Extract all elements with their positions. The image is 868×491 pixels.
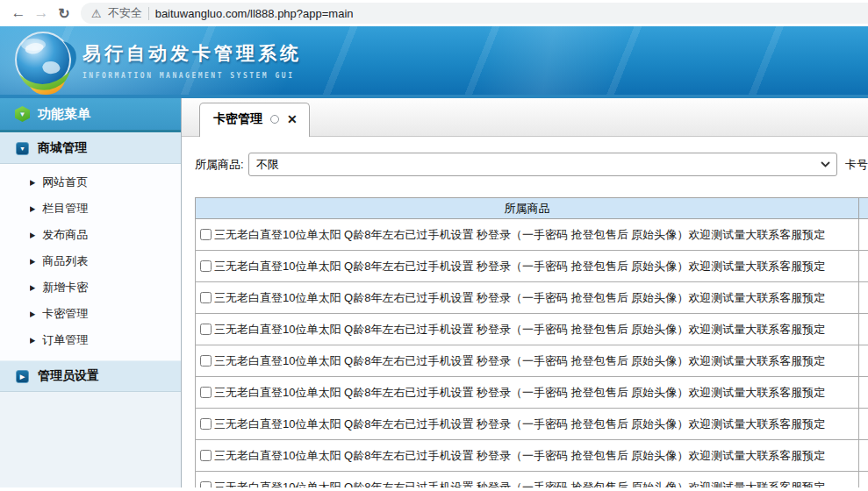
product-filter-select-wrap: 不限 [248, 153, 837, 176]
sidebar-item-卡密管理[interactable]: ▶卡密管理 [0, 301, 181, 327]
product-cell: 三无老白直登10位单太阳 Q龄8年左右已过手机设置 秒登录（一手密码 抢登包售后… [196, 472, 859, 488]
sidebar-item-网站首页[interactable]: ▶网站首页 [0, 169, 181, 196]
sidebar-item-商品列表[interactable]: ▶商品列表 [0, 248, 181, 274]
product-cell: 三无老白直登10位单太阳 Q龄8年左右已过手机设置 秒登录（一手密码 抢登包售后… [196, 314, 859, 345]
extra-cell [859, 472, 868, 488]
table-row: 三无老白直登10位单太阳 Q龄8年左右已过手机设置 秒登录（一手密码 抢登包售后… [196, 251, 868, 282]
product-text: 三无老白直登10位单太阳 Q龄8年左右已过手机设置 秒登录（一手密码 抢登包售后… [214, 260, 825, 273]
table-row: 三无老白直登10位单太阳 Q龄8年左右已过手机设置 秒登录（一手密码 抢登包售后… [196, 409, 868, 440]
back-icon[interactable]: ← [7, 2, 30, 25]
address-bar[interactable]: ⚠ 不安全 baituwangluo.com/ll888.php?app=mai… [81, 3, 868, 24]
product-filter-select[interactable]: 不限 [248, 153, 837, 176]
tab-label: 卡密管理 [213, 111, 262, 127]
product-text: 三无老白直登10位单太阳 Q龄8年左右已过手机设置 秒登录（一手密码 抢登包售后… [214, 417, 825, 431]
app-logo-globe-icon [11, 29, 81, 98]
product-cell: 三无老白直登10位单太阳 Q龄8年左右已过手机设置 秒登录（一手密码 抢登包售后… [196, 251, 859, 282]
browser-toolbar: ← → ↻ ⚠ 不安全 baituwangluo.com/ll888.php?a… [0, 0, 868, 26]
sidebar-item-label: 发布商品 [42, 227, 88, 243]
card-table: 所属商品 三无老白直登10位单太阳 Q龄8年左右已过手机设置 秒登录（一手密码 … [195, 197, 868, 487]
product-text: 三无老白直登10位单太阳 Q龄8年左右已过手机设置 秒登录（一手密码 抢登包售后… [214, 291, 825, 304]
sidebar-item-label: 商品列表 [42, 253, 88, 269]
product-text: 三无老白直登10位单太阳 Q龄8年左右已过手机设置 秒登录（一手密码 抢登包售后… [214, 354, 825, 367]
product-text: 三无老白直登10位单太阳 Q龄8年左右已过手机设置 秒登录（一手密码 抢登包售后… [214, 449, 825, 462]
row-checkbox[interactable] [200, 292, 212, 303]
tab-card-management[interactable]: 卡密管理 ✕ [199, 103, 310, 137]
row-checkbox[interactable] [200, 260, 212, 272]
extra-cell [859, 282, 868, 314]
triangle-right-icon: ▶ [30, 283, 35, 292]
sidebar-item-发布商品[interactable]: ▶发布商品 [0, 222, 181, 248]
tab-bar: 卡密管理 ✕ [182, 98, 868, 137]
row-checkbox[interactable] [200, 450, 212, 461]
security-label[interactable]: 不安全 [108, 5, 142, 21]
row-checkbox[interactable] [200, 324, 212, 335]
expand-arrow-icon: ▶ [16, 370, 29, 383]
extra-cell [859, 345, 868, 377]
sidebar-item-label: 新增卡密 [42, 280, 88, 295]
table-row: 三无老白直登10位单太阳 Q龄8年左右已过手机设置 秒登录（一手密码 抢登包售后… [196, 345, 868, 377]
table-header-row: 所属商品 [196, 198, 868, 219]
section-label: 商城管理 [38, 140, 87, 156]
extra-cell [859, 251, 868, 282]
app-banner: 易行自动发卡管理系统 INFORMATION MANAGEMENT SYSTEM… [0, 26, 868, 98]
triangle-right-icon: ▶ [30, 336, 35, 345]
sidebar: ▼ 功能菜单 ▼ 商城管理 ▶网站首页▶栏目管理▶发布商品▶商品列表▶新增卡密▶… [0, 98, 182, 487]
sidebar-item-新增卡密[interactable]: ▶新增卡密 [0, 274, 181, 301]
row-checkbox[interactable] [200, 418, 212, 430]
table-row: 三无老白直登10位单太阳 Q龄8年左右已过手机设置 秒登录（一手密码 抢登包售后… [196, 219, 868, 251]
product-text: 三无老白直登10位单太阳 Q龄8年左右已过手机设置 秒登录（一手密码 抢登包售后… [214, 386, 825, 399]
app-subtitle: INFORMATION MANAGEMENT SYSTEM GUI [82, 72, 302, 80]
sidebar-header: ▼ 功能菜单 [0, 98, 181, 132]
url-separator [148, 7, 149, 20]
table-row: 三无老白直登10位单太阳 Q龄8年左右已过手机设置 秒登录（一手密码 抢登包售后… [196, 282, 868, 314]
reload-icon[interactable]: ↻ [53, 2, 75, 25]
product-text: 三无老白直登10位单太阳 Q龄8年左右已过手机设置 秒登录（一手密码 抢登包售后… [214, 323, 825, 336]
product-cell: 三无老白直登10位单太阳 Q龄8年左右已过手机设置 秒登录（一手密码 抢登包售后… [196, 282, 859, 314]
product-cell: 三无老白直登10位单太阳 Q龄8年左右已过手机设置 秒登录（一手密码 抢登包售后… [196, 440, 859, 472]
sidebar-section-shop-management[interactable]: ▼ 商城管理 [0, 132, 181, 164]
triangle-right-icon: ▶ [30, 310, 35, 318]
extra-cell [859, 409, 868, 440]
row-checkbox[interactable] [200, 387, 212, 398]
collapse-arrow-icon: ▼ [16, 142, 29, 155]
column-header-product: 所属商品 [196, 198, 859, 219]
tab-content: 所属商品: 不限 卡号 所属商品 [182, 137, 868, 487]
sidebar-item-label: 网站首页 [42, 174, 88, 190]
tab-loading-circle-icon [270, 115, 279, 124]
sidebar-menu: ▶网站首页▶栏目管理▶发布商品▶商品列表▶新增卡密▶卡密管理▶订单管理 [0, 164, 181, 360]
sidebar-section-admin-settings[interactable]: ▶ 管理员设置 [0, 360, 181, 392]
main-panel: 卡密管理 ✕ 所属商品: 不限 卡号 [182, 98, 868, 487]
column-header-extra [859, 198, 868, 219]
table-row: 三无老白直登10位单太阳 Q龄8年左右已过手机设置 秒登录（一手密码 抢登包售后… [196, 314, 868, 345]
triangle-right-icon: ▶ [30, 204, 35, 213]
sidebar-item-订单管理[interactable]: ▶订单管理 [0, 327, 181, 353]
extra-cell [859, 440, 868, 472]
sidebar-item-label: 卡密管理 [42, 306, 88, 322]
product-cell: 三无老白直登10位单太阳 Q龄8年左右已过手机设置 秒登录（一手密码 抢登包售后… [196, 345, 859, 377]
url-text[interactable]: baituwangluo.com/ll888.php?app=main [155, 7, 354, 20]
sidebar-item-label: 栏目管理 [42, 201, 88, 217]
card-number-filter-label: 卡号 [845, 157, 868, 173]
product-cell: 三无老白直登10位单太阳 Q龄8年左右已过手机设置 秒登录（一手密码 抢登包售后… [196, 409, 859, 440]
row-checkbox[interactable] [200, 229, 212, 240]
section-label: 管理员设置 [38, 368, 99, 384]
tab-close-icon[interactable]: ✕ [287, 113, 298, 125]
sidebar-item-label: 订单管理 [42, 332, 88, 348]
product-cell: 三无老白直登10位单太阳 Q龄8年左右已过手机设置 秒登录（一手密码 抢登包售后… [196, 219, 859, 251]
filter-row: 所属商品: 不限 卡号 [195, 153, 868, 176]
product-text: 三无老白直登10位单太阳 Q龄8年左右已过手机设置 秒登录（一手密码 抢登包售后… [214, 228, 825, 241]
triangle-right-icon: ▶ [30, 257, 35, 266]
menu-hexagon-icon: ▼ [15, 106, 30, 122]
row-checkbox[interactable] [200, 355, 212, 366]
forward-icon[interactable]: → [30, 2, 53, 25]
product-cell: 三无老白直登10位单太阳 Q龄8年左右已过手机设置 秒登录（一手密码 抢登包售后… [196, 377, 859, 409]
sidebar-header-label: 功能菜单 [38, 106, 90, 123]
security-warning-icon[interactable]: ⚠ [91, 7, 102, 20]
extra-cell [859, 377, 868, 409]
sidebar-item-栏目管理[interactable]: ▶栏目管理 [0, 196, 181, 222]
extra-cell [859, 219, 868, 251]
extra-cell [859, 314, 868, 345]
triangle-right-icon: ▶ [30, 178, 35, 187]
row-checkbox[interactable] [200, 481, 212, 488]
product-text: 三无老白直登10位单太阳 Q龄8年左右已过手机设置 秒登录（一手密码 抢登包售后… [214, 480, 825, 488]
